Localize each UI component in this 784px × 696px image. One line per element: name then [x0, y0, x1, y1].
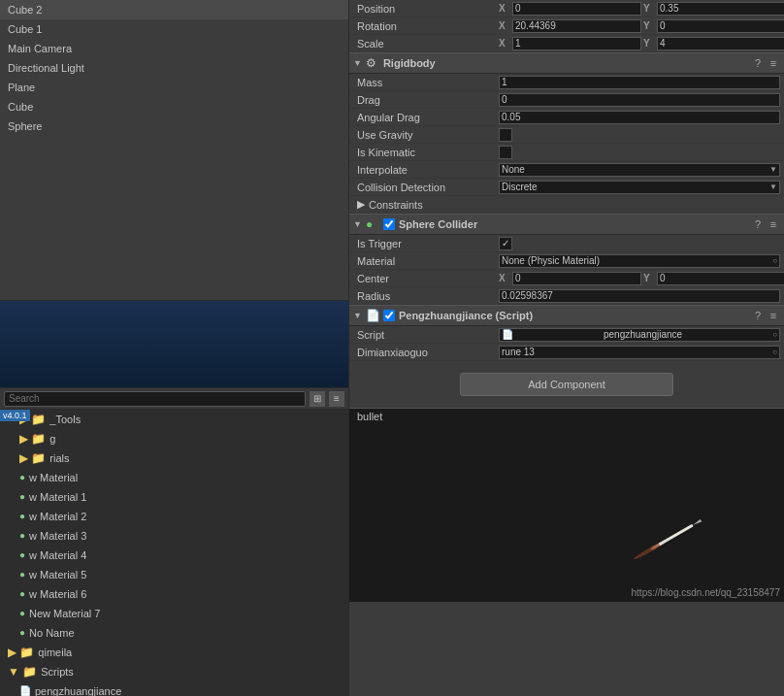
- collision-detection-row: Collision Detection Discrete ▼: [349, 179, 784, 196]
- radius-row: Radius: [349, 287, 784, 305]
- hierarchy-item-maincamera[interactable]: Main Camera: [0, 39, 348, 58]
- project-lock-button[interactable]: ⊞: [310, 391, 325, 407]
- script-dropdown[interactable]: 📄 pengzhuangjiance ○: [499, 328, 780, 342]
- center-label: Center: [353, 273, 499, 284]
- project-item-wmaterial5[interactable]: ● w Material 5: [0, 565, 348, 584]
- material-icon: ●: [19, 547, 25, 563]
- rigidbody-arrow-icon: ▼: [353, 58, 362, 68]
- rotation-y-input[interactable]: [657, 19, 784, 33]
- sphere-collider-arrow-icon: ▼: [353, 219, 362, 229]
- angular-drag-input[interactable]: [499, 111, 780, 124]
- constraints-label: Constraints: [369, 199, 423, 211]
- radius-label: Radius: [353, 290, 499, 302]
- sphere-collider-header[interactable]: ▼ ● Sphere Collider ? ≡: [349, 214, 784, 235]
- sphere-collider-menu-button[interactable]: ≡: [767, 217, 780, 231]
- left-panel: Cube 2 Cube 1 Main Camera Directional Li…: [0, 0, 349, 696]
- project-item-wmaterial2[interactable]: ● w Material 2: [0, 507, 348, 526]
- collider-material-row: Material None (Physic Material) ○: [349, 252, 784, 270]
- is-kinematic-label: Is Kinematic: [353, 147, 499, 158]
- use-gravity-label: Use Gravity: [353, 129, 499, 141]
- project-item-wmaterial1[interactable]: ● w Material 1: [0, 487, 348, 507]
- preview-label: bullet: [357, 411, 382, 422]
- interpolate-label: Interpolate: [353, 164, 499, 176]
- drag-label: Drag: [353, 94, 499, 106]
- constraints-arrow-icon: ▶: [357, 198, 365, 211]
- rigidbody-icon: ⚙: [366, 56, 379, 70]
- dimianxiaoguo-row: Dimianxiaoguo rune 13 ○: [349, 344, 784, 361]
- hierarchy-item-plane[interactable]: Plane: [0, 78, 348, 97]
- drag-input[interactable]: [499, 93, 780, 107]
- position-row: Position X Y Z: [349, 0, 784, 17]
- dropdown-arrow-icon: ▼: [769, 165, 777, 174]
- script-menu-button[interactable]: ≡: [767, 309, 780, 322]
- center-y-input[interactable]: [657, 272, 784, 285]
- hierarchy-item-cube[interactable]: Cube: [0, 97, 348, 116]
- inspector-panel: Position X Y Z Rotation X Y: [349, 0, 784, 696]
- position-x-input[interactable]: [512, 2, 641, 16]
- folder-icon: ▶ 📁: [19, 431, 46, 447]
- project-item-qimeila[interactable]: ▶ 📁 qimeila: [0, 643, 348, 662]
- mass-input[interactable]: [499, 76, 780, 89]
- preview-panel: bullet https://blog.csdn.net/qq_23158477: [349, 408, 784, 602]
- constraints-row[interactable]: ▶ Constraints: [349, 196, 784, 214]
- rigidbody-help-button[interactable]: ?: [751, 56, 765, 70]
- script-label: Script: [353, 329, 499, 341]
- project-item-tools[interactable]: ▶ 📁 _Tools: [0, 410, 348, 429]
- material-icon: ●: [19, 567, 25, 582]
- scale-x-input[interactable]: [512, 37, 641, 50]
- dropdown-arrow-icon: ○: [772, 256, 777, 265]
- scene-viewport[interactable]: [0, 301, 348, 388]
- project-item-newmaterial7[interactable]: ● New Material 7: [0, 604, 348, 623]
- mass-label: Mass: [353, 77, 499, 88]
- project-item-g[interactable]: ▶ 📁 g: [0, 429, 348, 448]
- script-checkbox[interactable]: [383, 310, 395, 321]
- interpolate-dropdown[interactable]: None ▼: [499, 163, 780, 177]
- project-item-rials[interactable]: ▶ 📁 rials: [0, 448, 348, 468]
- project-item-scripts[interactable]: ▼ 📁 Scripts: [0, 662, 348, 681]
- svg-point-6: [668, 524, 694, 541]
- project-item-pengzhuangjiance[interactable]: 📄 pengzhuangjiance: [0, 681, 348, 696]
- is-trigger-checkbox[interactable]: ✓: [499, 237, 512, 250]
- use-gravity-checkbox[interactable]: [499, 128, 512, 142]
- collision-detection-dropdown[interactable]: Discrete ▼: [499, 181, 780, 194]
- position-y-input[interactable]: [657, 2, 784, 16]
- project-item-wmaterial3[interactable]: ● w Material 3: [0, 526, 348, 546]
- material-icon: ●: [19, 509, 25, 524]
- script-arrow-icon: ▼: [353, 311, 362, 320]
- project-search-input[interactable]: [4, 391, 306, 407]
- hierarchy-item-sphere[interactable]: Sphere: [0, 116, 348, 136]
- project-panel: ⊞ ≡ v4.0.1 ▶ 📁 _Tools ▶ 📁 g ▶ 📁 rials ●: [0, 388, 348, 696]
- dimianxiaoguo-dropdown[interactable]: rune 13 ○: [499, 346, 780, 359]
- script-help-button[interactable]: ?: [751, 309, 765, 322]
- collider-material-dropdown[interactable]: None (Physic Material) ○: [499, 254, 780, 268]
- script-title: Pengzhuangjiance (Script): [399, 310, 751, 321]
- project-menu-button[interactable]: ≡: [329, 391, 344, 407]
- script-component-header[interactable]: ▼ 📄 Pengzhuangjiance (Script) ? ≡: [349, 305, 784, 326]
- is-kinematic-checkbox[interactable]: [499, 146, 512, 159]
- rigidbody-menu-button[interactable]: ≡: [767, 56, 780, 70]
- dimianxiaoguo-label: Dimianxiaoguo: [353, 347, 499, 358]
- rotation-x-input[interactable]: [512, 19, 641, 33]
- project-item-wmaterial4[interactable]: ● w Material 4: [0, 546, 348, 565]
- scale-label: Scale: [353, 38, 499, 50]
- mass-row: Mass: [349, 74, 784, 91]
- hierarchy-item-cube1[interactable]: Cube 1: [0, 19, 348, 39]
- project-item-noname[interactable]: ● No Name: [0, 623, 348, 643]
- rigidbody-header[interactable]: ▼ ⚙ Rigidbody ? ≡: [349, 52, 784, 74]
- hierarchy-item-cube2[interactable]: Cube 2: [0, 0, 348, 19]
- dimianxiaoguo-select-icon: ○: [772, 348, 777, 356]
- hierarchy-item-dirlight[interactable]: Directional Light: [0, 58, 348, 78]
- sphere-collider-checkbox[interactable]: [383, 218, 395, 230]
- center-x-input[interactable]: [512, 272, 641, 285]
- script-row: Script 📄 pengzhuangjiance ○: [349, 326, 784, 344]
- drag-row: Drag: [349, 91, 784, 109]
- add-component-button[interactable]: Add Component: [460, 373, 673, 396]
- collision-detection-label: Collision Detection: [353, 182, 499, 193]
- sphere-collider-help-button[interactable]: ?: [751, 217, 765, 231]
- radius-input[interactable]: [499, 289, 780, 303]
- project-item-wmaterial[interactable]: ● w Material: [0, 468, 348, 487]
- dropdown-arrow-icon: ▼: [769, 182, 777, 191]
- scale-y-input[interactable]: [657, 37, 784, 50]
- project-item-wmaterial6[interactable]: ● w Material 6: [0, 584, 348, 604]
- watermark: https://blog.csdn.net/qq_23158477: [632, 587, 780, 598]
